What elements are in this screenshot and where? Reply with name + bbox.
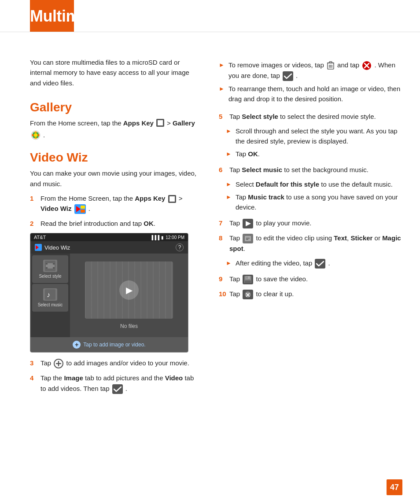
step-5-bullet-2: ► Tap OK. <box>226 149 402 159</box>
intro-text: You can store multimedia files to a micr… <box>30 57 197 88</box>
signal-icon: ▐▐▐ <box>150 235 159 240</box>
svg-rect-50 <box>329 62 332 63</box>
bullet-rearrange: ► To rearrange them, touch and hold an i… <box>219 84 402 104</box>
phone-sidebar: Select style ♪ Select music <box>30 254 70 337</box>
select-music-btn[interactable]: ♪ Select music <box>32 284 68 312</box>
right-column: ► To remove images or videos, tap and ta… <box>210 48 420 504</box>
clear-icon <box>243 290 253 299</box>
step-6-bullet-1: ► Select Default for this style to use t… <box>226 179 402 189</box>
step-6: 6 Tap Select music to set the background… <box>219 165 402 175</box>
svg-rect-4 <box>158 122 159 124</box>
apps-key-icon-2 <box>168 195 176 203</box>
svg-rect-23 <box>173 196 175 198</box>
video-wiz-icon <box>74 204 86 214</box>
trash-icon <box>327 61 335 70</box>
step-10-text: Tap to clear it up. <box>229 289 402 299</box>
svg-rect-3 <box>161 120 163 122</box>
step-5-bullet-1-text: Scroll through and select the style you … <box>236 126 402 147</box>
step-9-number: 9 <box>219 274 228 284</box>
phone-add-bar[interactable]: + Tap to add image or video. <box>30 337 188 352</box>
carrier-label: AT&T <box>34 235 46 240</box>
step-4: 4 Tap the Image tab to add pictures and … <box>30 373 197 394</box>
video-wiz-intro: You can make your own movie using your i… <box>30 168 197 189</box>
svg-rect-6 <box>161 122 163 124</box>
page-title: Multimedia <box>30 7 111 26</box>
svg-rect-61 <box>245 236 251 241</box>
left-column: You can store multimedia files to a micr… <box>0 48 210 504</box>
svg-rect-67 <box>246 276 250 279</box>
bullet-arrow-3: ► <box>226 127 232 147</box>
phone-preview-area: ▶ No files <box>70 254 188 337</box>
svg-rect-40 <box>46 267 48 269</box>
gallery-section: Gallery From the Home screen, tap the Ap… <box>30 100 197 140</box>
select-style-label: Select style <box>39 274 61 279</box>
step-6-number: 6 <box>219 165 228 175</box>
phone-titlebar-logo: Video Wiz <box>35 244 70 251</box>
svg-rect-7 <box>158 124 159 125</box>
step-3: 3 Tap to add images and/or video to your… <box>30 358 197 368</box>
play-btn-icon <box>243 219 253 228</box>
save-icon <box>243 275 253 284</box>
gallery-instruction: From the Home screen, tap the Apps Key >… <box>30 118 197 140</box>
step-7-number: 7 <box>219 218 228 228</box>
svg-rect-68 <box>245 280 251 283</box>
step-8: 8 Tap to edit the video clip using Text,… <box>219 233 402 254</box>
phone-screenshot: AT&T ▐▐▐ ▮ 12:00 PM Video <box>30 233 188 353</box>
step-1-text: From the Home Screen, tap the Apps Key <box>41 193 197 214</box>
step-1: 1 From the Home Screen, tap the Apps Key <box>30 193 197 214</box>
help-icon: ? <box>176 243 184 251</box>
step-8-bullet-1-text: After editing the video, tap . <box>236 258 402 269</box>
gallery-title: Gallery <box>30 100 197 114</box>
step-5-bullet-2-text: Tap OK. <box>236 149 402 159</box>
video-wiz-titlebar-icon <box>35 244 42 251</box>
svg-rect-25 <box>171 198 173 200</box>
step-8-text: Tap to edit the video clip using Text, S… <box>229 233 402 254</box>
step-4-text: Tap the Image tab to add pictures and th… <box>41 373 197 394</box>
checkmark-box-icon-2 <box>283 71 293 81</box>
step-5-number: 5 <box>219 111 228 121</box>
video-wiz-section: Video Wiz You can make your own movie us… <box>30 151 197 394</box>
bullet-arrow-2: ► <box>219 85 225 104</box>
svg-rect-2 <box>159 120 161 122</box>
step-2: 2 Read the brief introduction and tap OK… <box>30 218 197 228</box>
step-7-text: Tap to play your movie. <box>229 218 402 228</box>
step-9: 9 Tap to save the video. <box>219 274 402 284</box>
svg-rect-27 <box>169 200 171 202</box>
step-8-number: 8 <box>219 233 228 254</box>
video-placeholder: ▶ <box>85 261 173 319</box>
svg-rect-39 <box>53 263 55 265</box>
bullet-remove-text: To remove images or videos, tap and tap … <box>228 60 402 81</box>
page-number: 47 <box>387 479 402 495</box>
phone-titlebar-text: Video Wiz <box>44 244 70 251</box>
svg-rect-8 <box>159 124 161 125</box>
step-2-text: Read the brief introduction and tap OK. <box>41 218 197 228</box>
step-10: 10 Tap to clear it up. <box>219 289 402 299</box>
svg-rect-22 <box>171 196 173 198</box>
step-5-bullet-1: ► Scroll through and select the style yo… <box>226 126 402 147</box>
phone-body: Select style ♪ Select music <box>30 254 188 337</box>
step-5: 5 Tap Select style to select the desired… <box>219 111 402 121</box>
svg-rect-1 <box>158 120 159 122</box>
bullet-remove: ► To remove images or videos, tap and ta… <box>219 60 402 81</box>
svg-rect-41 <box>53 267 55 269</box>
select-music-label: Select music <box>38 302 63 307</box>
step-3-number: 3 <box>30 358 39 368</box>
step-8-bullet-1: ► After editing the video, tap . <box>226 258 402 269</box>
svg-rect-29 <box>173 200 175 202</box>
svg-rect-5 <box>159 122 161 124</box>
svg-rect-9 <box>161 124 163 125</box>
select-style-btn[interactable]: Select style <box>32 255 68 283</box>
red-x-icon <box>362 61 372 70</box>
apps-key-icon <box>156 119 164 127</box>
bullet-arrow-6: ► <box>226 193 232 213</box>
checkmark-box-icon-3 <box>315 259 325 269</box>
step-6-bullet-1-text: Select Default for this style to use the… <box>236 179 402 189</box>
step-6-bullet-2: ► Tap Music track to use a song you have… <box>226 192 402 213</box>
phone-statusbar: AT&T ▐▐▐ ▮ 12:00 PM <box>30 233 188 241</box>
bullet-arrow-4: ► <box>226 150 232 159</box>
step-6-bullet-2-text: Tap Music track to use a song you have s… <box>236 192 402 213</box>
video-wiz-title: Video Wiz <box>30 151 197 165</box>
plus-circle-icon <box>54 359 63 368</box>
svg-rect-24 <box>169 198 171 200</box>
step-9-text: Tap to save the video. <box>229 274 402 284</box>
